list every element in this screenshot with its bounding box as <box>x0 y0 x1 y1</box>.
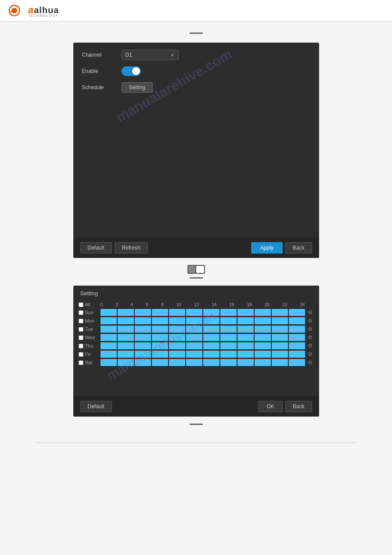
mon-block-2[interactable] <box>118 317 134 324</box>
tue-block-2[interactable] <box>118 326 134 333</box>
fri-block-7[interactable] <box>203 351 219 358</box>
thu-block-4[interactable] <box>152 342 168 349</box>
back-button[interactable]: Back <box>285 242 312 254</box>
schedule-back-button[interactable]: Back <box>285 401 312 412</box>
sun-blocks[interactable] <box>101 309 305 316</box>
sat-block-10[interactable] <box>255 359 271 366</box>
fri-block-10[interactable] <box>255 351 271 358</box>
fri-block-1[interactable] <box>101 351 117 358</box>
tue-block-9[interactable] <box>237 326 254 333</box>
mon-block-3[interactable] <box>135 317 151 324</box>
wed-block-11[interactable] <box>272 334 288 341</box>
thu-block-7[interactable] <box>203 342 219 349</box>
sun-block-10[interactable] <box>255 309 271 316</box>
tue-block-5[interactable] <box>169 326 185 333</box>
mon-checkbox[interactable] <box>79 319 83 323</box>
sat-block-8[interactable] <box>220 359 237 366</box>
tue-blocks[interactable] <box>101 326 305 333</box>
mon-blocks[interactable] <box>101 317 305 324</box>
sun-block-4[interactable] <box>152 309 168 316</box>
small-toggle-widget[interactable] <box>187 265 205 274</box>
wed-block-6[interactable] <box>186 334 202 341</box>
thu-block-5[interactable] <box>169 342 185 349</box>
fri-gear-icon[interactable]: ⚙ <box>307 351 314 358</box>
thu-block-1[interactable] <box>101 342 117 349</box>
sat-checkbox[interactable] <box>79 360 83 365</box>
tue-block-12[interactable] <box>289 326 305 333</box>
wed-block-1[interactable] <box>101 334 117 341</box>
wed-block-2[interactable] <box>118 334 134 341</box>
tue-block-4[interactable] <box>152 326 168 333</box>
thu-block-3[interactable] <box>135 342 151 349</box>
sun-block-9[interactable] <box>237 309 254 316</box>
mon-block-1[interactable] <box>101 317 117 324</box>
sun-block-7[interactable] <box>203 309 219 316</box>
default-button[interactable]: Default <box>80 242 112 254</box>
wed-block-9[interactable] <box>237 334 254 341</box>
wed-block-4[interactable] <box>152 334 168 341</box>
sun-block-2[interactable] <box>118 309 134 316</box>
tue-block-7[interactable] <box>203 326 219 333</box>
fri-block-4[interactable] <box>152 351 168 358</box>
fri-block-2[interactable] <box>118 351 134 358</box>
sat-block-9[interactable] <box>237 359 254 366</box>
wed-block-3[interactable] <box>135 334 151 341</box>
tue-gear-icon[interactable]: ⚙ <box>307 326 314 333</box>
sun-block-8[interactable] <box>220 309 237 316</box>
tue-checkbox[interactable] <box>79 327 83 332</box>
wed-block-5[interactable] <box>169 334 185 341</box>
wed-block-12[interactable] <box>289 334 305 341</box>
thu-block-6[interactable] <box>186 342 202 349</box>
fri-blocks[interactable] <box>101 351 305 358</box>
mon-block-8[interactable] <box>220 317 237 324</box>
channel-dropdown[interactable]: D1 ▼ <box>122 50 179 60</box>
mon-gear-icon[interactable]: ⚙ <box>307 317 314 324</box>
fri-block-5[interactable] <box>169 351 185 358</box>
fri-block-8[interactable] <box>220 351 237 358</box>
thu-blocks[interactable] <box>101 342 305 349</box>
tue-block-10[interactable] <box>255 326 271 333</box>
sun-block-1[interactable] <box>101 309 117 316</box>
sat-block-3[interactable] <box>135 359 151 366</box>
sun-gear-icon[interactable]: ⚙ <box>307 309 314 316</box>
tue-block-8[interactable] <box>220 326 237 333</box>
tue-block-11[interactable] <box>272 326 288 333</box>
fri-block-3[interactable] <box>135 351 151 358</box>
thu-block-11[interactable] <box>272 342 288 349</box>
sun-checkbox[interactable] <box>79 310 83 315</box>
schedule-default-button[interactable]: Default <box>80 401 112 412</box>
sat-block-12[interactable] <box>289 359 305 366</box>
sat-block-4[interactable] <box>152 359 168 366</box>
mon-block-4[interactable] <box>152 317 168 324</box>
sat-block-1[interactable] <box>101 359 117 366</box>
thu-block-12[interactable] <box>289 342 305 349</box>
sat-blocks[interactable] <box>101 359 305 366</box>
mon-block-11[interactable] <box>272 317 288 324</box>
thu-block-10[interactable] <box>255 342 271 349</box>
thu-block-8[interactable] <box>220 342 237 349</box>
thu-gear-icon[interactable]: ⚙ <box>307 342 314 349</box>
tue-block-6[interactable] <box>186 326 202 333</box>
sun-block-3[interactable] <box>135 309 151 316</box>
fri-block-11[interactable] <box>272 351 288 358</box>
mon-block-10[interactable] <box>255 317 271 324</box>
sun-block-12[interactable] <box>289 309 305 316</box>
sat-block-6[interactable] <box>186 359 202 366</box>
wed-checkbox[interactable] <box>79 335 83 340</box>
mon-block-9[interactable] <box>237 317 254 324</box>
enable-toggle[interactable] <box>122 66 141 76</box>
wed-block-7[interactable] <box>203 334 219 341</box>
thu-block-9[interactable] <box>237 342 254 349</box>
tue-block-3[interactable] <box>135 326 151 333</box>
fri-checkbox[interactable] <box>79 352 83 357</box>
wed-blocks[interactable] <box>101 334 305 341</box>
sat-block-7[interactable] <box>203 359 219 366</box>
sun-block-6[interactable] <box>186 309 202 316</box>
wed-block-8[interactable] <box>220 334 237 341</box>
sat-gear-icon[interactable]: ⚙ <box>307 359 314 366</box>
fri-block-12[interactable] <box>289 351 305 358</box>
thu-checkbox[interactable] <box>79 344 83 348</box>
all-checkbox[interactable] <box>79 302 83 307</box>
mon-block-7[interactable] <box>203 317 219 324</box>
mon-block-12[interactable] <box>289 317 305 324</box>
